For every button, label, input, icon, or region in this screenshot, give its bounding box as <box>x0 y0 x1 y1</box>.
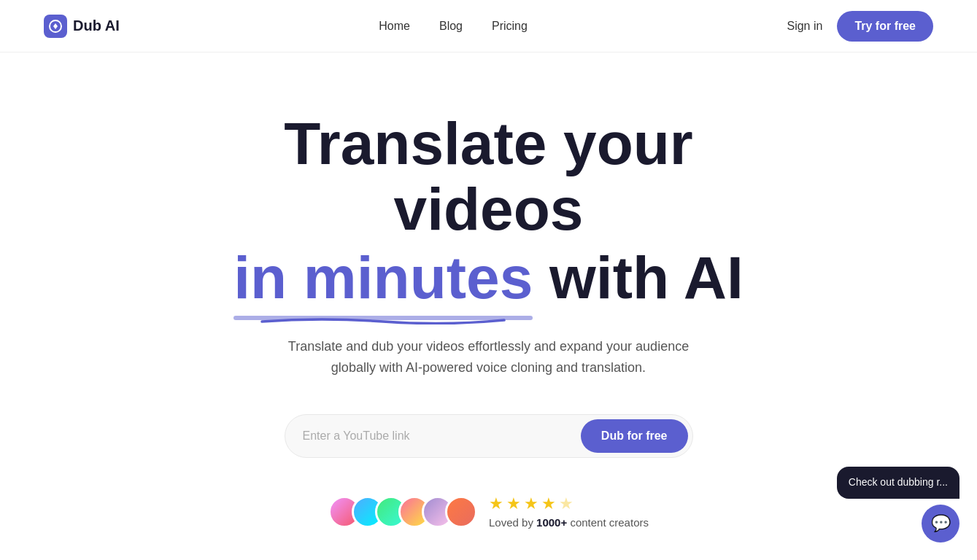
hero-highlight: in minutes <box>233 242 533 314</box>
youtube-link-input[interactable] <box>303 429 581 443</box>
dub-free-button[interactable]: Dub for free <box>581 419 688 453</box>
underline-decoration <box>233 316 533 324</box>
chat-widget: Check out dubbing r... 💬 <box>837 467 959 542</box>
navbar-actions: Sign in Try for free <box>787 11 933 42</box>
star-5: ★ <box>559 494 574 513</box>
avatar-group <box>328 496 477 528</box>
star-2: ★ <box>506 494 521 513</box>
try-free-button[interactable]: Try for free <box>837 11 933 42</box>
hero-subtitle: Translate and dub your videos effortless… <box>277 336 700 378</box>
avatar <box>445 496 477 528</box>
nav-blog[interactable]: Blog <box>439 20 463 33</box>
sign-in-button[interactable]: Sign in <box>787 20 822 33</box>
logo[interactable]: Dub AI <box>44 15 120 38</box>
star-4: ★ <box>541 494 556 513</box>
star-3: ★ <box>524 494 538 513</box>
hero-section: Translate your videos in minutes with AI… <box>0 52 977 560</box>
nav-home[interactable]: Home <box>379 20 410 33</box>
logo-text: Dub AI <box>73 18 120 34</box>
hero-title-row2: in minutes with AI <box>233 242 744 314</box>
user-count: 1000+ <box>536 516 567 529</box>
social-info: ★ ★ ★ ★ ★ Loved by 1000+ content creator… <box>489 494 649 529</box>
star-rating: ★ ★ ★ ★ ★ <box>489 494 574 513</box>
chat-bubble: Check out dubbing r... <box>837 467 959 499</box>
chat-button[interactable]: 💬 <box>922 505 959 542</box>
nav-links: Home Blog Pricing <box>379 20 528 33</box>
social-text: Loved by 1000+ content creators <box>489 516 649 529</box>
search-bar: Dub for free <box>285 414 693 458</box>
hero-title-line1: Translate your videos <box>197 111 781 242</box>
nav-pricing[interactable]: Pricing <box>492 20 528 33</box>
chat-icon: 💬 <box>931 514 951 533</box>
star-1: ★ <box>489 494 503 513</box>
hero-title-suffix: with AI <box>549 244 744 311</box>
social-proof: ★ ★ ★ ★ ★ Loved by 1000+ content creator… <box>328 494 649 529</box>
logo-icon <box>44 15 67 38</box>
navbar: Dub AI Home Blog Pricing Sign in Try for… <box>0 0 977 52</box>
